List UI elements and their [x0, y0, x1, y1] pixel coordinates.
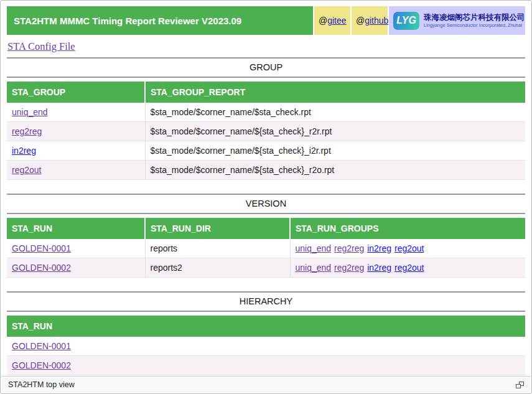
column-header-sta-run: STA_RUN: [7, 218, 145, 239]
restore-icon-front: [516, 384, 521, 388]
section-title-hierarchy: HIERARCHY: [7, 296, 525, 306]
run-group-link-reg2reg[interactable]: reg2reg: [334, 243, 364, 253]
run-group-link-in2reg[interactable]: in2reg: [367, 263, 391, 273]
table-header-row: STA_RUN STA_RUN_DIR STA_RUN_GROUPS: [7, 218, 525, 239]
app-header: STA2HTM MMMC Timing Report Reviewer V202…: [7, 6, 525, 35]
hierarchy-table: STA_RUN GOLDEN-0001 GOLDEN-0002: [7, 316, 525, 375]
company-name-cn: 珠海凌烟阁芯片科技有限公司: [424, 13, 525, 22]
divider: [7, 57, 525, 59]
group-table: STA_GROUP STA_GROUP_REPORT uniq_end $sta…: [7, 82, 525, 180]
run-group-link-uniq-end[interactable]: uniq_end: [296, 263, 332, 273]
table-row: reg2reg $sta_mode/$corner_name/${sta_che…: [7, 122, 525, 141]
version-table: STA_RUN STA_RUN_DIR STA_RUN_GROUPS GOLDE…: [7, 218, 525, 278]
column-header-sta-group: STA_GROUP: [7, 82, 145, 103]
section-title-group: GROUP: [7, 62, 525, 72]
section-version: VERSION STA_RUN STA_RUN_DIR STA_RUN_GROU…: [7, 194, 525, 278]
group-report-path: $sta_mode/$corner_name/${sta_check}_i2r.…: [145, 141, 525, 161]
table-row: GOLDEN-0001: [7, 337, 525, 356]
group-link-reg2out[interactable]: reg2out: [12, 165, 41, 175]
lyg-logo-icon: LYG: [393, 12, 419, 30]
section-title-version: VERSION: [7, 199, 525, 209]
divider: [7, 311, 525, 312]
group-link-reg2reg[interactable]: reg2reg: [12, 126, 42, 136]
table-row: GOLDEN-0001 reports uniq_end reg2reg in2…: [7, 239, 525, 258]
column-header-sta-run-dir: STA_RUN_DIR: [145, 218, 290, 239]
config-link-row: STA Config File: [7, 40, 525, 53]
divider: [7, 213, 525, 214]
main-content: STA2HTM MMMC Timing Report Reviewer V202…: [1, 1, 531, 375]
column-header-sta-run-groups: STA_RUN_GROUPS: [290, 218, 525, 239]
hierarchy-link-golden-0002[interactable]: GOLDEN-0002: [12, 360, 71, 370]
status-text: STA2HTM top view: [8, 380, 75, 389]
github-link[interactable]: github: [365, 16, 388, 26]
github-cell: @github: [351, 6, 388, 35]
app-title-cell: STA2HTM MMMC Timing Report Reviewer V202…: [7, 6, 314, 35]
gitee-link[interactable]: gitee: [327, 16, 346, 26]
gitee-prefix: @: [319, 16, 327, 26]
run-dir: reports: [145, 239, 290, 258]
sta-config-file-link[interactable]: STA Config File: [7, 40, 75, 52]
table-header-row: STA_RUN: [7, 316, 525, 337]
run-dir: reports2: [145, 258, 290, 278]
group-report-path: $sta_mode/$corner_name/$sta_check.rpt: [145, 103, 525, 122]
run-link-golden-0002[interactable]: GOLDEN-0002: [12, 263, 71, 273]
table-row: uniq_end $sta_mode/$corner_name/$sta_che…: [7, 103, 525, 122]
run-link-golden-0001[interactable]: GOLDEN-0001: [12, 243, 71, 253]
column-header-sta-run: STA_RUN: [7, 316, 525, 337]
hierarchy-link-golden-0001[interactable]: GOLDEN-0001: [12, 341, 71, 351]
table-row: GOLDEN-0002: [7, 356, 525, 375]
table-header-row: STA_GROUP STA_GROUP_REPORT: [7, 82, 525, 103]
group-report-path: $sta_mode/$corner_name/${sta_check}_r2r.…: [145, 122, 525, 141]
run-group-link-in2reg[interactable]: in2reg: [367, 243, 391, 253]
github-prefix: @: [356, 16, 365, 26]
company-name-en: Lingyange Semiconductor Incorporated, Zh…: [424, 22, 525, 28]
status-bar: STA2HTM top view: [1, 376, 531, 393]
page-frame: STA2HTM MMMC Timing Report Reviewer V202…: [0, 0, 532, 394]
restore-window-icon[interactable]: [516, 382, 524, 388]
run-group-link-reg2out[interactable]: reg2out: [394, 243, 424, 253]
group-link-in2reg[interactable]: in2reg: [12, 146, 36, 156]
company-name-block: 珠海凌烟阁芯片科技有限公司 Lingyange Semiconductor In…: [424, 13, 525, 28]
logo-cell: LYG 珠海凌烟阁芯片科技有限公司 Lingyange Semiconducto…: [388, 6, 525, 35]
table-row: in2reg $sta_mode/$corner_name/${sta_chec…: [7, 141, 525, 161]
column-header-sta-group-report: STA_GROUP_REPORT: [145, 82, 525, 103]
group-report-path: $sta_mode/$corner_name/${sta_check}_r2o.…: [145, 161, 525, 180]
page-title: STA2HTM MMMC Timing Report Reviewer V202…: [14, 16, 241, 26]
divider: [7, 194, 525, 195]
section-hierarchy: HIERARCHY STA_RUN GOLDEN-0001 GOLDEN-000…: [7, 291, 525, 375]
table-row: GOLDEN-0002 reports2 uniq_end reg2reg in…: [7, 258, 525, 278]
divider: [7, 291, 525, 293]
group-link-uniq-end[interactable]: uniq_end: [12, 107, 48, 117]
company-logo: LYG 珠海凌烟阁芯片科技有限公司 Lingyange Semiconducto…: [393, 12, 525, 30]
gitee-cell: @gitee: [314, 6, 351, 35]
divider: [7, 77, 525, 78]
run-group-link-reg2out[interactable]: reg2out: [394, 263, 424, 273]
section-group: GROUP STA_GROUP STA_GROUP_REPORT uniq_en…: [7, 57, 525, 180]
run-group-link-reg2reg[interactable]: reg2reg: [334, 263, 364, 273]
run-group-link-uniq-end[interactable]: uniq_end: [296, 243, 332, 253]
table-row: reg2out $sta_mode/$corner_name/${sta_che…: [7, 161, 525, 180]
